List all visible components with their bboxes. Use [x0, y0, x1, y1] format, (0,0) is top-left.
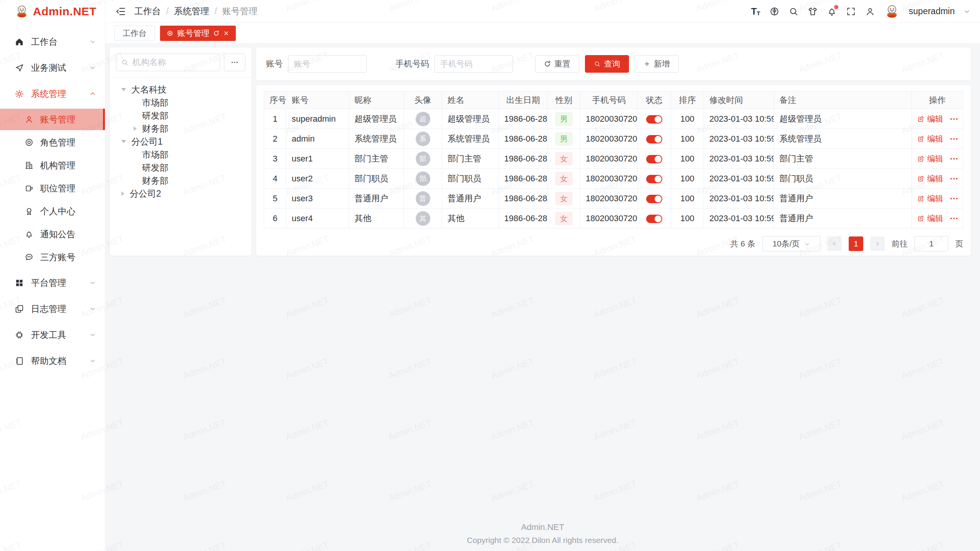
cell-birthdate: 1986-06-28 [499, 189, 548, 209]
status-toggle[interactable] [646, 175, 662, 183]
logo-title: Admin.NET [33, 5, 96, 18]
add-button[interactable]: 新增 [635, 55, 679, 73]
goto-page-input[interactable] [915, 236, 948, 251]
sidebar-item-log-mgmt[interactable]: 日志管理 [0, 298, 105, 320]
tree-node[interactable]: 市场部 [116, 96, 245, 109]
caret-expanded-icon[interactable] [121, 140, 126, 143]
cell-gender: 男 [548, 129, 580, 149]
table-row[interactable]: 2 admin 系统管理员 系 系统管理员 1986-06-28 男 18020… [264, 129, 963, 149]
status-toggle[interactable] [646, 215, 662, 223]
username[interactable]: superadmin [909, 6, 955, 16]
more-actions-icon[interactable] [949, 174, 959, 183]
page-number-current[interactable]: 1 [849, 236, 863, 251]
more-actions-icon[interactable] [949, 154, 959, 163]
sidebar-item-personal-center[interactable]: 个人中心 [0, 201, 105, 222]
notification-bell-icon[interactable] [827, 7, 837, 16]
user-avatar[interactable] [884, 4, 900, 19]
more-actions-icon[interactable] [949, 114, 959, 124]
table-row[interactable]: 4 user2 部门职员 部 部门职员 1986-06-28 女 1802003… [264, 169, 963, 189]
sidebar-item-org-mgmt[interactable]: 机构管理 [0, 155, 105, 176]
edit-button[interactable]: 编辑 [917, 173, 943, 184]
tree-node[interactable]: 分公司1 [116, 135, 245, 148]
cell-gender: 女 [548, 169, 580, 189]
sidebar-item-workbench[interactable]: 工作台 [0, 31, 105, 53]
tree-node[interactable]: 市场部 [116, 148, 245, 161]
chevron-down-icon[interactable] [964, 8, 970, 15]
reset-button[interactable]: 重置 [535, 55, 579, 73]
sidebar-item-role-mgmt[interactable]: 角色管理 [0, 132, 105, 153]
language-icon[interactable] [769, 7, 779, 16]
edit-button[interactable]: 编辑 [917, 114, 943, 124]
phone-input[interactable] [434, 55, 513, 73]
sidebar-item-system-mgmt[interactable]: 系统管理 [0, 83, 105, 105]
caret-collapsed-icon[interactable] [121, 191, 124, 196]
theme-icon[interactable] [808, 7, 818, 16]
edit-button[interactable]: 编辑 [917, 213, 943, 224]
search-icon [594, 60, 601, 67]
edit-button[interactable]: 编辑 [917, 193, 943, 204]
tree-node[interactable]: 财务部 [116, 174, 245, 187]
tree-node[interactable]: 分公司2 [116, 187, 245, 200]
tree-node[interactable]: 研发部 [116, 109, 245, 122]
status-toggle[interactable] [646, 195, 662, 203]
col-order: 排序 [671, 91, 704, 109]
cell-status [638, 149, 671, 169]
chevron-right-icon [874, 241, 880, 247]
fullscreen-icon[interactable] [846, 7, 856, 16]
next-page-button[interactable] [870, 236, 885, 251]
sidebar-collapse-icon[interactable] [115, 6, 126, 17]
cell-status [638, 169, 671, 189]
more-actions-icon[interactable] [949, 194, 959, 203]
tree-node[interactable]: 大名科技 [116, 83, 245, 96]
more-actions-icon[interactable] [949, 214, 959, 223]
sidebar-item-business-test[interactable]: 业务测试 [0, 57, 105, 79]
sidebar-item-help-docs[interactable]: 帮助文档 [0, 350, 105, 372]
org-search-input[interactable] [132, 57, 215, 67]
status-toggle[interactable] [646, 135, 662, 143]
org-more-button[interactable] [224, 54, 245, 71]
cell-actions: 编辑 [912, 109, 963, 129]
breadcrumb-item[interactable]: 工作台 [134, 5, 161, 17]
table-row[interactable]: 1 superadmin 超级管理员 超 超级管理员 1986-06-28 男 … [264, 109, 963, 129]
font-size-icon[interactable]: TT [751, 7, 760, 16]
close-icon[interactable] [223, 30, 229, 36]
edit-button[interactable]: 编辑 [917, 134, 943, 144]
tab-workbench[interactable]: 工作台 [114, 26, 155, 41]
status-toggle[interactable] [646, 115, 662, 124]
tree-node[interactable]: 研发部 [116, 161, 245, 174]
search-button[interactable]: 查询 [585, 55, 629, 73]
sidebar-item-position-mgmt[interactable]: 职位管理 [0, 178, 105, 199]
tree-node[interactable]: 财务部 [116, 122, 245, 135]
table-row[interactable]: 3 user1 部门主管 部 部门主管 1986-06-28 女 1802003… [264, 149, 963, 169]
search-icon[interactable] [789, 7, 799, 16]
col-index: 序号 [264, 91, 286, 109]
user-icon[interactable] [865, 7, 875, 16]
sidebar-item-account-mgmt[interactable]: 账号管理 [0, 109, 105, 130]
cell-name: 其他 [442, 209, 499, 228]
caret-expanded-icon[interactable] [121, 88, 126, 91]
more-actions-icon[interactable] [949, 134, 959, 143]
status-toggle[interactable] [646, 155, 662, 163]
sidebar-item-platform-mgmt[interactable]: 平台管理 [0, 272, 105, 294]
sidebar-item-notice[interactable]: 通知公告 [0, 223, 105, 245]
caret-collapsed-icon[interactable] [134, 126, 137, 131]
logo[interactable]: Admin.NET [0, 0, 105, 23]
cell-account: user1 [286, 149, 349, 169]
tab-account-mgmt[interactable]: 账号管理 [160, 26, 236, 41]
refresh-icon[interactable] [213, 30, 219, 36]
cell-actions: 编辑 [912, 149, 963, 169]
cell-phone: 18020030720 [580, 109, 638, 129]
cell-index: 1 [264, 109, 286, 129]
page-size-select[interactable]: 10条/页 [762, 236, 820, 251]
sidebar-item-dev-tools[interactable]: 开发工具 [0, 324, 105, 346]
table-row[interactable]: 6 user4 其他 其 其他 1986-06-28 女 18020030720… [264, 209, 963, 228]
cpu-icon [15, 330, 24, 340]
sidebar-item-thirdparty-account[interactable]: 三方账号 [0, 246, 105, 268]
medal-icon [24, 207, 34, 216]
prev-page-button[interactable] [827, 236, 842, 251]
table-row[interactable]: 5 user3 普通用户 普 普通用户 1986-06-28 女 1802003… [264, 189, 963, 209]
account-input[interactable] [288, 55, 367, 73]
breadcrumb-item[interactable]: 系统管理 [161, 5, 209, 17]
gender-badge: 女 [555, 172, 572, 185]
edit-button[interactable]: 编辑 [917, 153, 943, 164]
